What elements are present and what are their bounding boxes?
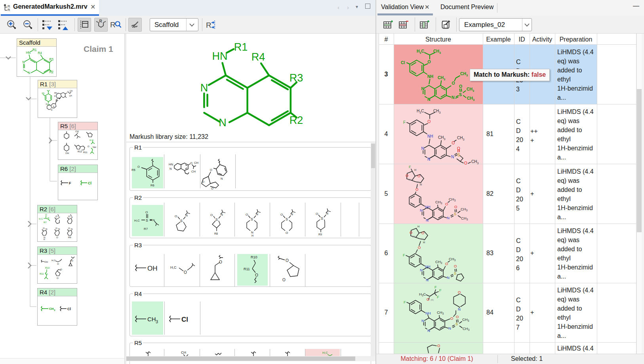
svg-text:HN: HN xyxy=(54,92,57,94)
svg-text:NH: NH xyxy=(93,146,96,148)
svg-text:O: O xyxy=(46,273,48,275)
svg-text:O: O xyxy=(137,165,140,169)
svg-text:F: F xyxy=(437,295,439,299)
svg-text:O: O xyxy=(454,264,457,268)
svg-text:CH3: CH3 xyxy=(457,136,464,141)
svg-text:N: N xyxy=(427,97,431,102)
svg-text:O: O xyxy=(415,187,418,191)
svg-text:O: O xyxy=(454,205,457,209)
svg-text:F: F xyxy=(409,165,411,169)
svg-text:O: O xyxy=(45,214,47,216)
svg-text:O: O xyxy=(316,212,318,216)
svg-text:(R): (R) xyxy=(412,235,415,238)
svg-text:H: H xyxy=(414,169,416,171)
svg-text:CH3: CH3 xyxy=(433,49,441,54)
svg-text:OH: OH xyxy=(147,265,158,272)
svg-text:O: O xyxy=(282,278,286,282)
svg-text:O: O xyxy=(202,180,204,184)
svg-text:H,C: H,C xyxy=(134,219,140,222)
svg-text:H: H xyxy=(423,241,425,244)
svg-text:N: N xyxy=(420,208,423,212)
svg-text:H3C: H3C xyxy=(417,109,424,114)
svg-text:R: R xyxy=(8,4,10,8)
svg-text:F: F xyxy=(404,300,406,304)
svg-text:H,C: H,C xyxy=(51,259,56,262)
svg-text:NH: NH xyxy=(425,205,431,209)
svg-text:R10: R10 xyxy=(45,267,50,269)
svg-text:N: N xyxy=(421,146,424,151)
svg-text:N: N xyxy=(426,218,429,222)
svg-text:CH3: CH3 xyxy=(463,326,470,331)
svg-text:R: R xyxy=(99,19,103,23)
svg-text:N: N xyxy=(421,318,424,323)
svg-text:S: S xyxy=(454,212,456,216)
svg-text:H3C: H3C xyxy=(419,292,426,297)
svg-text:H: H xyxy=(252,234,253,237)
svg-text:O: O xyxy=(255,273,258,277)
svg-text:O: O xyxy=(450,316,453,320)
svg-text:N: N xyxy=(58,228,60,230)
svg-text:N: N xyxy=(71,228,72,230)
svg-text:N: N xyxy=(58,216,60,218)
svg-text:O: O xyxy=(67,91,69,93)
svg-text:H: H xyxy=(417,225,419,228)
svg-text:O: O xyxy=(410,230,412,235)
svg-text:S: S xyxy=(251,217,253,221)
svg-text:CH3: CH3 xyxy=(461,207,468,212)
svg-text:N: N xyxy=(427,157,430,161)
svg-text:CH: CH xyxy=(191,170,196,173)
svg-text:O: O xyxy=(55,215,57,218)
svg-text:O: O xyxy=(211,187,213,190)
svg-text:O: O xyxy=(210,213,213,217)
svg-text:R11: R11 xyxy=(244,267,250,271)
svg-text:CH: CH xyxy=(181,351,186,355)
svg-text:O: O xyxy=(60,268,62,271)
svg-text:O: O xyxy=(458,290,461,294)
svg-text:CH3: CH3 xyxy=(435,200,442,205)
svg-text:H,C: H,C xyxy=(322,351,328,355)
svg-text:CH3: CH3 xyxy=(467,96,474,101)
svg-text:OH: OH xyxy=(44,261,48,263)
svg-text:H,C: H,C xyxy=(90,139,94,141)
svg-text:N: N xyxy=(326,212,328,215)
svg-text:CH: CH xyxy=(75,130,79,133)
svg-text:Cl: Cl xyxy=(88,181,91,185)
svg-text:O: O xyxy=(46,103,48,105)
svg-text:CH: CH xyxy=(49,307,54,311)
svg-text:O: O xyxy=(88,145,90,148)
svg-text:CH: CH xyxy=(69,95,72,97)
svg-text:F: F xyxy=(439,288,442,292)
svg-text:R: R xyxy=(206,21,211,29)
svg-text:F: F xyxy=(403,120,406,125)
svg-text:(S): (S) xyxy=(408,178,412,181)
svg-text:R5: R5 xyxy=(131,168,135,172)
svg-text:N: N xyxy=(291,212,293,216)
svg-text:NH: NH xyxy=(427,74,433,79)
svg-text:H: H xyxy=(420,183,422,186)
svg-text:O: O xyxy=(445,262,448,266)
svg-text:CH3: CH3 xyxy=(438,135,445,140)
svg-text:N: N xyxy=(71,216,72,218)
svg-text:O: O xyxy=(452,141,455,145)
svg-text:CH3: CH3 xyxy=(437,310,444,315)
svg-text:S: S xyxy=(180,219,183,223)
svg-text:Cl: Cl xyxy=(401,60,405,65)
svg-text:O: O xyxy=(43,227,45,229)
svg-text:CH3: CH3 xyxy=(461,216,468,221)
svg-text:R11: R11 xyxy=(83,151,88,154)
svg-text:N: N xyxy=(448,326,451,330)
svg-text:N: N xyxy=(251,231,253,234)
svg-text:N: N xyxy=(46,228,47,230)
svg-text:O: O xyxy=(56,236,58,239)
svg-text:O: O xyxy=(57,263,59,265)
svg-text:R6: R6 xyxy=(151,184,154,187)
svg-text:N: N xyxy=(420,268,423,272)
svg-text:N: N xyxy=(185,214,188,217)
svg-text:O: O xyxy=(457,146,460,151)
svg-text:O: O xyxy=(57,277,59,279)
svg-text:CH3: CH3 xyxy=(449,197,456,202)
svg-text:CH: CH xyxy=(194,161,198,165)
svg-text:S: S xyxy=(459,92,462,97)
svg-text:R7: R7 xyxy=(144,227,148,231)
svg-text:CH: CH xyxy=(70,90,73,92)
